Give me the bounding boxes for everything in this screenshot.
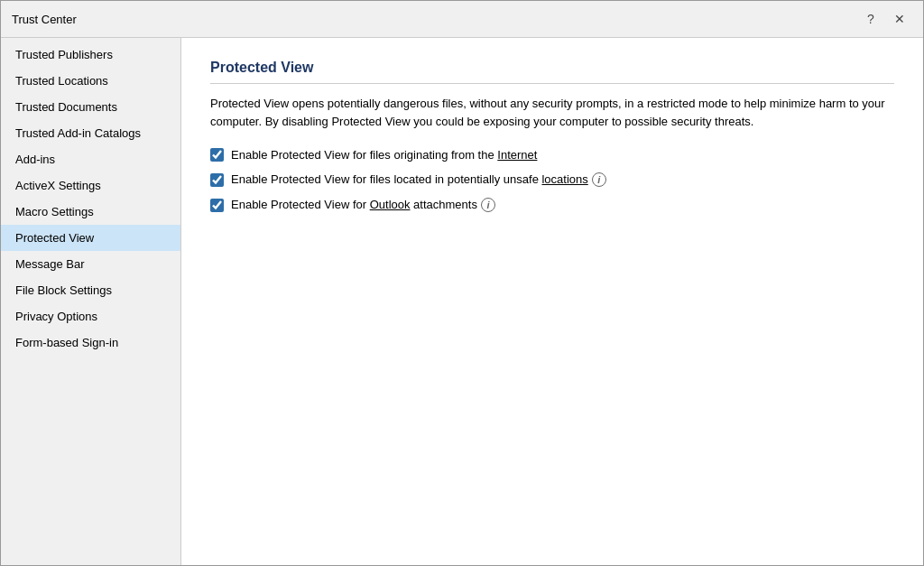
checkbox-label-cb-unsafe-locations: Enable Protected View for files located … <box>231 172 606 187</box>
dialog-body: Trusted PublishersTrusted LocationsTrust… <box>1 38 923 565</box>
title-bar: Trust Center ? ✕ <box>1 1 923 38</box>
checkbox-item-cb-outlook[interactable]: Enable Protected View for Outlook attach… <box>210 198 894 212</box>
sidebar-item-privacy-options[interactable]: Privacy Options <box>1 303 180 329</box>
checkbox-item-cb-unsafe-locations[interactable]: Enable Protected View for files located … <box>210 172 894 187</box>
sidebar-item-trusted-locations[interactable]: Trusted Locations <box>1 68 180 94</box>
sidebar: Trusted PublishersTrusted LocationsTrust… <box>1 38 181 565</box>
main-content: Protected View Protected View opens pote… <box>181 38 923 565</box>
title-bar-controls: ? ✕ <box>858 8 912 30</box>
sidebar-item-form-based-sign-in[interactable]: Form-based Sign-in <box>1 329 180 356</box>
close-button[interactable]: ✕ <box>887 8 912 30</box>
sidebar-item-trusted-publishers[interactable]: Trusted Publishers <box>1 42 180 68</box>
checkbox-cb-unsafe-locations[interactable] <box>210 173 224 187</box>
sidebar-item-protected-view[interactable]: Protected View <box>1 225 180 251</box>
window-title: Trust Center <box>12 13 77 26</box>
sidebar-item-add-ins[interactable]: Add-ins <box>1 146 180 172</box>
sidebar-item-trusted-add-in-catalogs[interactable]: Trusted Add-in Catalogs <box>1 120 180 146</box>
trust-center-dialog: Trust Center ? ✕ Trusted PublishersTrust… <box>0 0 924 566</box>
sidebar-item-trusted-documents[interactable]: Trusted Documents <box>1 94 180 120</box>
sidebar-item-message-bar[interactable]: Message Bar <box>1 251 180 277</box>
checkbox-item-cb-internet[interactable]: Enable Protected View for files originat… <box>210 148 894 162</box>
checkbox-cb-outlook[interactable] <box>210 199 224 212</box>
sidebar-item-macro-settings[interactable]: Macro Settings <box>1 199 180 225</box>
info-icon-cb-outlook[interactable]: i <box>481 198 495 212</box>
checkbox-cb-internet[interactable] <box>210 148 224 162</box>
checkbox-label-cb-internet: Enable Protected View for files originat… <box>231 148 537 162</box>
sidebar-item-file-block-settings[interactable]: File Block Settings <box>1 277 180 303</box>
description-text: Protected View opens potentially dangero… <box>210 95 894 130</box>
sidebar-item-activex-settings[interactable]: ActiveX Settings <box>1 172 180 199</box>
info-icon-cb-unsafe-locations[interactable]: i <box>592 172 606 187</box>
checkbox-label-cb-outlook: Enable Protected View for Outlook attach… <box>231 198 495 212</box>
checkbox-group: Enable Protected View for files originat… <box>210 148 894 212</box>
section-title: Protected View <box>210 60 894 84</box>
title-bar-left: Trust Center <box>12 13 77 26</box>
help-button[interactable]: ? <box>858 8 883 30</box>
